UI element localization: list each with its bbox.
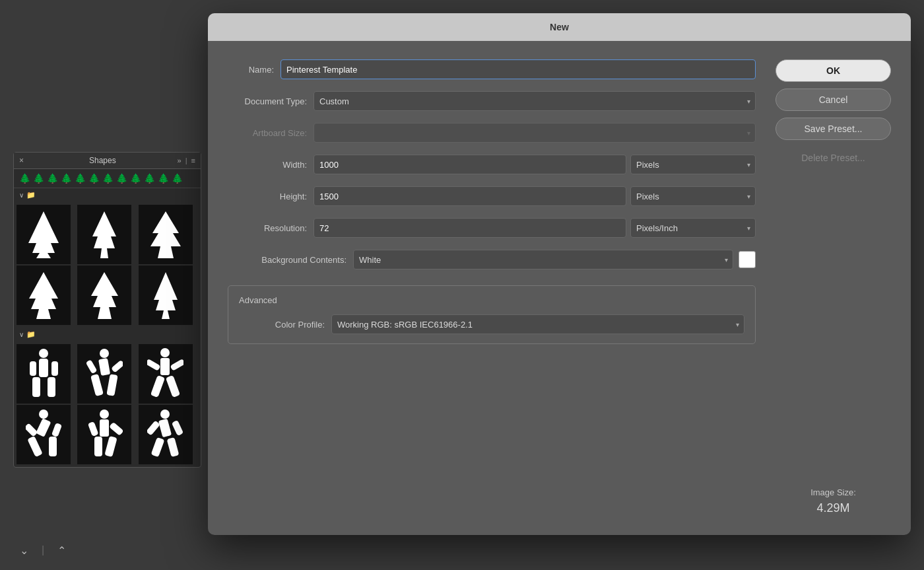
tree-shape-2[interactable] bbox=[77, 205, 131, 264]
svg-marker-3 bbox=[29, 272, 58, 319]
bg-color-swatch[interactable] bbox=[739, 251, 756, 268]
svg-marker-2 bbox=[150, 211, 181, 258]
svg-point-30 bbox=[100, 410, 109, 419]
shape-icon-5[interactable]: 🌲 bbox=[75, 173, 86, 184]
human-shape-1[interactable] bbox=[16, 344, 71, 404]
buttons-area: OK Cancel Save Preset... Delete Preset..… bbox=[776, 59, 891, 515]
bg-label: Background Contents: bbox=[228, 255, 346, 265]
svg-rect-32 bbox=[94, 437, 102, 456]
doctype-label: Document Type: bbox=[228, 96, 307, 106]
resolution-label: Resolution: bbox=[228, 223, 307, 233]
width-label: Width: bbox=[228, 160, 307, 170]
width-input-group: Pixels Inches Centimeters Millimeters Po… bbox=[314, 155, 756, 174]
shapes-panel-header: × Shapes » | ≡ bbox=[14, 153, 201, 169]
close-icon[interactable]: × bbox=[19, 156, 24, 165]
artboard-select-wrapper: ▾ bbox=[314, 123, 756, 143]
height-row: Height: Pixels Inches Centimeters Millim… bbox=[228, 186, 756, 206]
svg-rect-19 bbox=[160, 358, 170, 375]
shape-icon-7[interactable]: 🌲 bbox=[102, 173, 114, 184]
svg-rect-29 bbox=[51, 423, 61, 437]
svg-rect-34 bbox=[88, 421, 99, 437]
svg-point-18 bbox=[160, 348, 170, 357]
artboard-select[interactable] bbox=[314, 123, 756, 143]
shape-icon-6[interactable]: 🌲 bbox=[88, 173, 100, 184]
height-label: Height: bbox=[228, 192, 307, 201]
shape-icon-1[interactable]: 🌲 bbox=[19, 173, 30, 184]
human-shape-5[interactable] bbox=[77, 405, 131, 464]
svg-rect-10 bbox=[30, 361, 36, 376]
menu-icon[interactable]: ≡ bbox=[191, 157, 195, 164]
doctype-row: Document Type: Custom Default Photoshop … bbox=[228, 91, 756, 111]
tree-shape-5[interactable] bbox=[77, 266, 131, 325]
height-input[interactable] bbox=[314, 186, 626, 206]
color-profile-select[interactable]: Working RGB: sRGB IEC61966-2.1 sRGB IEC6… bbox=[331, 314, 744, 334]
shape-icon-4[interactable]: 🌲 bbox=[61, 173, 72, 184]
svg-rect-14 bbox=[90, 374, 104, 396]
shapes-panel: × Shapes » | ≡ 🌲 🌲 🌲 🌲 🌲 🌲 🌲 🌲 🌲 🌲 🌲 🌲 ∨… bbox=[13, 152, 201, 468]
tree-shapes-grid bbox=[14, 202, 201, 328]
svg-rect-27 bbox=[49, 437, 57, 456]
svg-point-6 bbox=[39, 349, 48, 358]
svg-rect-23 bbox=[170, 359, 184, 371]
svg-rect-8 bbox=[32, 377, 40, 397]
expand-icon[interactable]: » bbox=[178, 157, 182, 164]
svg-rect-11 bbox=[51, 361, 58, 376]
height-input-group: Pixels Inches Centimeters Millimeters Po… bbox=[314, 186, 756, 206]
svg-point-12 bbox=[100, 349, 109, 358]
shape-icon-10[interactable]: 🌲 bbox=[144, 173, 155, 184]
shape-icon-3[interactable]: 🌲 bbox=[47, 173, 58, 184]
name-input[interactable] bbox=[280, 59, 756, 79]
svg-marker-5 bbox=[154, 272, 178, 319]
tree-shape-6[interactable] bbox=[139, 266, 193, 325]
shape-icon-2[interactable]: 🌲 bbox=[33, 173, 44, 184]
height-unit-select[interactable]: Pixels Inches Centimeters Millimeters Po… bbox=[630, 186, 756, 206]
up-arrow-button[interactable]: ⌃ bbox=[57, 544, 66, 557]
folder-icon: 📁 bbox=[26, 191, 36, 199]
image-size-label: Image Size: bbox=[776, 487, 891, 497]
resolution-unit-wrapper: Pixels/Inch Pixels/Centimeter ▾ bbox=[630, 218, 756, 238]
dialog-title: New bbox=[550, 22, 569, 32]
human-shape-3[interactable] bbox=[139, 344, 193, 404]
save-preset-button[interactable]: Save Preset... bbox=[776, 118, 891, 140]
resolution-unit-select[interactable]: Pixels/Inch Pixels/Centimeter bbox=[630, 218, 756, 238]
svg-rect-40 bbox=[147, 420, 160, 435]
ok-button[interactable]: OK bbox=[776, 59, 891, 82]
folder-section-2[interactable]: ∨ 📁 bbox=[14, 328, 201, 341]
svg-rect-25 bbox=[36, 418, 51, 437]
dialog-body: Name: Document Type: Custom Default Phot… bbox=[208, 41, 911, 535]
human-shape-6[interactable] bbox=[139, 405, 193, 464]
svg-rect-21 bbox=[166, 375, 180, 398]
svg-rect-37 bbox=[158, 419, 172, 438]
bg-select-wrapper: White Black Background Color Transparent… bbox=[353, 250, 733, 269]
tree-shape-4[interactable] bbox=[16, 266, 71, 325]
svg-marker-4 bbox=[91, 272, 118, 319]
svg-rect-39 bbox=[167, 437, 180, 457]
cancel-button[interactable]: Cancel bbox=[776, 89, 891, 111]
tree-shape-3[interactable] bbox=[139, 205, 193, 264]
name-label: Name: bbox=[228, 65, 274, 75]
bg-select[interactable]: White Black Background Color Transparent… bbox=[353, 250, 733, 269]
tree-shape-1[interactable] bbox=[16, 205, 71, 264]
doctype-select[interactable]: Custom Default Photoshop Size US Paper I… bbox=[314, 91, 756, 111]
width-unit-select[interactable]: Pixels Inches Centimeters Millimeters Po… bbox=[630, 155, 756, 174]
artboard-row: Artboard Size: ▾ bbox=[228, 123, 756, 143]
shape-icon-11[interactable]: 🌲 bbox=[158, 173, 169, 184]
shape-icon-8[interactable]: 🌲 bbox=[116, 173, 127, 184]
svg-marker-0 bbox=[28, 211, 59, 258]
down-arrow-button[interactable]: ⌄ bbox=[20, 544, 28, 557]
width-input[interactable] bbox=[314, 155, 626, 174]
folder-section-1[interactable]: ∨ 📁 bbox=[14, 188, 201, 202]
svg-rect-16 bbox=[86, 359, 97, 374]
svg-rect-9 bbox=[48, 377, 55, 397]
width-row: Width: Pixels Inches Centimeters Millime… bbox=[228, 155, 756, 174]
dialog-titlebar: New bbox=[208, 13, 911, 41]
image-size-value: 4.29M bbox=[776, 501, 891, 515]
shape-icon-9[interactable]: 🌲 bbox=[130, 173, 141, 184]
svg-rect-38 bbox=[151, 437, 165, 457]
svg-rect-35 bbox=[109, 422, 123, 436]
human-shape-2[interactable] bbox=[77, 344, 131, 404]
human-shape-4[interactable] bbox=[16, 405, 71, 464]
resolution-input[interactable] bbox=[314, 218, 626, 238]
delete-preset-button: Delete Preset... bbox=[776, 147, 891, 169]
shape-icon-12[interactable]: 🌲 bbox=[172, 173, 183, 184]
